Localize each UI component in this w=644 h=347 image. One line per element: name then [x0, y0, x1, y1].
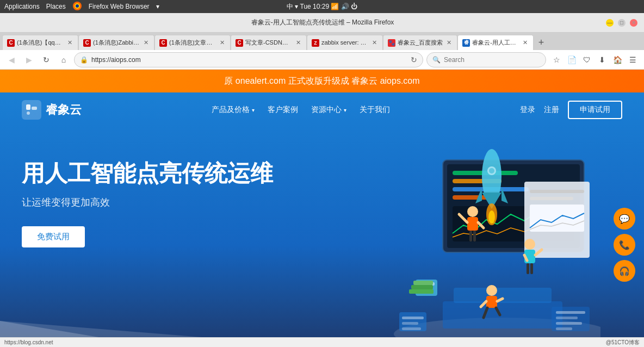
back-button[interactable]: ◀	[4, 53, 18, 67]
menu-products-label: 产品及价格	[212, 105, 250, 115]
menu-products[interactable]: 产品及价格 ▾	[212, 105, 255, 115]
places-menu[interactable]: Places	[46, 3, 66, 10]
close-button[interactable]: ✕	[630, 19, 637, 27]
refresh-button[interactable]: ↻	[39, 53, 53, 67]
tab-6[interactable]: 🐾 睿象云_百度搜索 ✕	[383, 35, 457, 50]
menu-resources-chevron: ▾	[344, 107, 346, 113]
browser-chevron[interactable]: ▾	[156, 3, 159, 10]
menu-customers[interactable]: 客户案例	[268, 105, 298, 115]
tab-2-close[interactable]: ✕	[142, 39, 150, 47]
svg-point-47	[486, 285, 497, 296]
tab-7-favicon: 睿	[462, 39, 470, 47]
website-body: 睿象云 产品及价格 ▾ 客户案例 资源中心 ▾ 关于我们	[0, 92, 644, 347]
search-input[interactable]	[444, 56, 540, 64]
menu-products-chevron: ▾	[252, 107, 255, 113]
svg-rect-38	[473, 231, 476, 241]
tab-6-close[interactable]: ✕	[445, 39, 453, 47]
tab-5-close[interactable]: ✕	[370, 39, 378, 47]
svg-point-35	[467, 206, 478, 217]
hero-section: 用人工智能点亮传统运维 让运维变得更加高效 免费试用	[0, 127, 644, 347]
svg-point-27	[488, 210, 495, 224]
os-bar-left: Applications Places Firefox Web Browser …	[4, 1, 159, 13]
homepage-button[interactable]: 🏠	[610, 53, 624, 67]
tab-4[interactable]: C 写文章-CSDN博客 ✕	[231, 35, 307, 50]
site-menu: 产品及价格 ▾ 客户案例 资源中心 ▾ 关于我们	[212, 105, 390, 115]
svg-rect-60	[556, 327, 572, 330]
headset-float-button[interactable]: 🎧	[614, 260, 635, 282]
input-method: 中	[287, 3, 293, 10]
phone-float-button[interactable]: 📞	[614, 234, 635, 256]
svg-rect-44	[530, 263, 533, 274]
menu-resources[interactable]: 资源中心 ▾	[311, 105, 346, 115]
minimize-button[interactable]: —	[606, 19, 614, 27]
svg-point-2	[76, 4, 79, 8]
tab-5[interactable]: Z zabbix server: 配... ✕	[307, 35, 383, 50]
navigation-bar: ◀ ▶ ↻ ⌂ 🔒 https://aiops.com ↻ 🔍 ☆ 📄 🛡 ⬇ …	[0, 50, 644, 70]
menu-button[interactable]: ☰	[626, 53, 640, 67]
logo-text: 睿象云	[46, 102, 82, 118]
tab-4-label: 写文章-CSDN博客	[245, 39, 292, 47]
tab-4-close[interactable]: ✕	[294, 39, 302, 47]
tab-2-label: (1条消息)Zabbix...	[93, 39, 140, 47]
window-controls: — □ ✕	[606, 19, 637, 27]
address-text: https://aiops.com	[91, 56, 407, 64]
tab-6-favicon: 🐾	[388, 39, 395, 47]
forward-button[interactable]: ▶	[22, 53, 36, 67]
reader-mode-button[interactable]: 📄	[565, 53, 579, 67]
browser-window: 睿象云-用人工智能点亮传统运维 – Mozilla Firefox — □ ✕ …	[0, 13, 644, 347]
tab-7-close[interactable]: ✕	[521, 39, 529, 47]
login-button[interactable]: 登录	[520, 105, 535, 115]
svg-rect-43	[527, 263, 529, 274]
register-button[interactable]: 注册	[544, 105, 559, 115]
download-button[interactable]: ⬇	[595, 53, 609, 67]
svg-rect-33	[402, 322, 418, 325]
maximize-button[interactable]: □	[618, 19, 626, 27]
trial-button[interactable]: 申请试用	[568, 101, 622, 119]
browser-title[interactable]: Firefox Web Browser	[89, 3, 150, 10]
tab-2[interactable]: C (1条消息)Zabbix... ✕	[78, 35, 154, 50]
status-url: https://blog.csdn.net	[4, 339, 53, 345]
floating-action-buttons: 💬 📞 🎧	[614, 208, 635, 282]
power-icon[interactable]: ⏻	[351, 3, 357, 10]
tab-6-label: 睿象云_百度搜索	[398, 39, 443, 47]
browser-launcher[interactable]	[72, 1, 82, 13]
tab-4-favicon: C	[236, 39, 243, 47]
tab-3-favicon: C	[159, 39, 167, 47]
applications-menu[interactable]: Applications	[4, 3, 40, 10]
svg-rect-19	[454, 288, 552, 303]
security-lock-icon: 🔒	[80, 56, 88, 64]
svg-rect-37	[469, 231, 472, 241]
tab-3-label: (1条消息)文章管...	[169, 39, 216, 47]
tab-3-close[interactable]: ✕	[218, 39, 226, 47]
svg-rect-55	[413, 281, 433, 285]
status-credit: @51CTO博客	[606, 339, 640, 346]
nav-action-buttons: ☆ 📄 🛡 ⬇ 🏠 ☰	[549, 53, 640, 67]
shield-button[interactable]: 🛡	[580, 53, 594, 67]
search-icon: 🔍	[432, 56, 441, 64]
tab-1-label: (1条消息)【qq_3...	[17, 39, 64, 47]
refresh-icon[interactable]: ↻	[411, 55, 417, 64]
new-tab-button[interactable]: +	[534, 35, 549, 50]
svg-rect-58	[556, 317, 578, 319]
tab-7[interactable]: 睿 睿象云-用人工智... ✕	[457, 35, 534, 50]
menu-about[interactable]: 关于我们	[360, 105, 390, 115]
chat-float-button[interactable]: 💬	[614, 208, 635, 230]
site-logo: 睿象云	[22, 100, 82, 120]
tab-1[interactable]: C (1条消息)【qq_3... ✕	[2, 35, 78, 50]
search-bar[interactable]: 🔍	[426, 52, 546, 67]
logo-icon	[22, 100, 41, 120]
svg-rect-32	[402, 317, 424, 319]
browser-status-bar: https://blog.csdn.net @51CTO博客	[0, 337, 644, 347]
bookmark-star-button[interactable]: ☆	[549, 53, 564, 67]
svg-rect-14	[530, 190, 584, 193]
svg-point-25	[489, 168, 494, 174]
os-taskbar: Applications Places Firefox Web Browser …	[0, 0, 644, 13]
home-button[interactable]: ⌂	[57, 53, 71, 67]
hero-subtitle: 让运维变得更加高效	[22, 196, 273, 209]
free-trial-button[interactable]: 免费试用	[22, 226, 85, 247]
svg-rect-15	[530, 197, 573, 200]
tab-3[interactable]: C (1条消息)文章管... ✕	[154, 35, 231, 50]
address-bar[interactable]: 🔒 https://aiops.com ↻	[74, 52, 423, 67]
tab-1-close[interactable]: ✕	[66, 39, 73, 47]
title-bar: 睿象云-用人工智能点亮传统运维 – Mozilla Firefox — □ ✕	[0, 13, 644, 33]
